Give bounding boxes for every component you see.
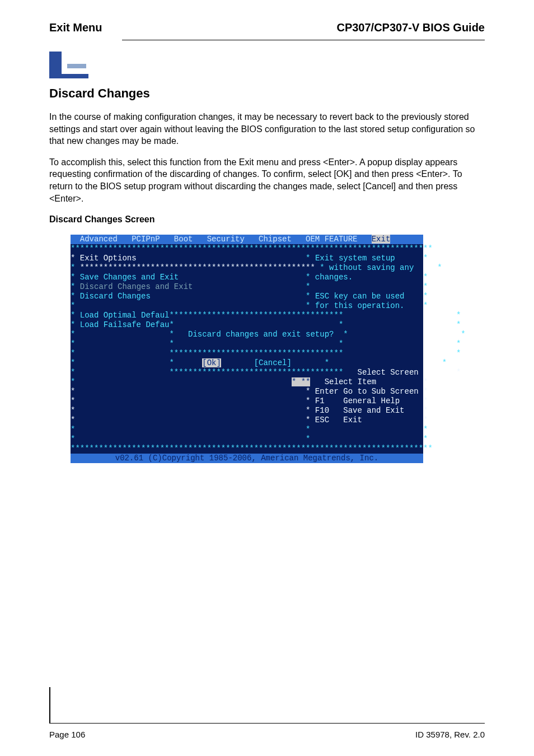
popup-message: * * Discard changes and exit setup? * * <box>71 330 423 339</box>
header-left: Exit Menu <box>49 21 102 34</box>
save-changes-exit[interactable]: * Save Changes and Exit <box>71 273 179 282</box>
load-optimal[interactable]: * Load Optimal Defaul <box>71 311 169 320</box>
doc-id: ID 35978, Rev. 2.0 <box>415 730 485 739</box>
load-failsafe[interactable]: * Load Failsafe Defau* <box>71 320 174 329</box>
section-title: Discard Changes <box>49 86 485 101</box>
discard-changes[interactable]: * Discard Changes <box>71 292 151 301</box>
page-number: Page 106 <box>49 730 85 739</box>
footer-hrule <box>49 723 485 724</box>
bios-tabs: Advanced PCIPnP Boot Security Chipset OE… <box>71 235 423 244</box>
exit-options-label: * Exit Options <box>71 254 137 263</box>
sub-title: Discard Changes Screen <box>49 214 485 225</box>
footer-vrule <box>49 687 50 724</box>
header-rule <box>122 40 485 40</box>
page-header: Exit Menu CP307/CP307-V BIOS Guide <box>49 21 485 38</box>
page-footer: Page 106 ID 35978, Rev. 2.0 <box>49 730 485 739</box>
discard-changes-exit[interactable]: Discard Changes and Exit <box>80 282 193 291</box>
bios-screen: Advanced PCIPnP Boot Security Chipset OE… <box>71 235 423 463</box>
bios-border: ****************************************… <box>71 244 423 254</box>
cancel-button[interactable]: [Cancel] * * <box>221 358 447 367</box>
tab-exit[interactable]: Exit <box>372 235 391 244</box>
para1: In the course of making configuration ch… <box>49 111 485 147</box>
header-right: CP307/CP307-V BIOS Guide <box>336 21 485 34</box>
para2: To accomplish this, select this function… <box>49 156 485 204</box>
bios-footer: v02.61 (C)Copyright 1985-2006, American … <box>71 454 423 463</box>
ok-button[interactable]: [Ok] <box>202 358 221 367</box>
logo-icon <box>49 52 99 78</box>
